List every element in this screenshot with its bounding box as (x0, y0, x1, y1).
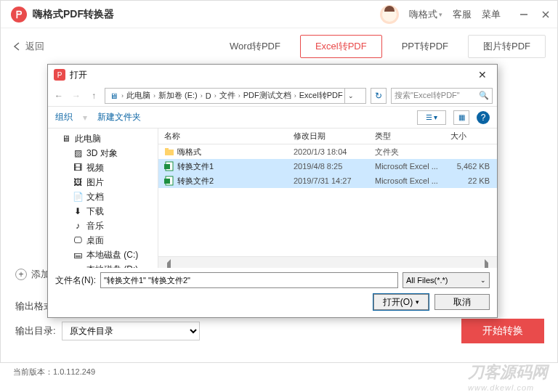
refresh-button[interactable]: ↻ (371, 88, 387, 104)
cancel-button[interactable]: 取消 (434, 294, 490, 310)
tab-image[interactable]: 图片转PDF (468, 35, 546, 58)
filename-input[interactable] (100, 272, 398, 288)
user-link[interactable]: 嗨格式▾ (409, 8, 442, 21)
app-title: 嗨格式PDF转换器 (33, 8, 380, 21)
open-button[interactable]: 打开(O)▾ (373, 294, 429, 310)
dialog-title: 打开 (70, 69, 87, 81)
version-label: 当前版本：1.0.112.249 (13, 367, 95, 377)
menu-link[interactable]: 菜单 (482, 8, 501, 21)
tree-item[interactable]: 🖴本地磁盘 (D:) (48, 262, 158, 268)
folder-icon (164, 147, 174, 157)
preview-pane-button[interactable]: ▦ (453, 110, 469, 125)
folder-tree[interactable]: 🖥此电脑▨3D 对象🎞视频🖼图片📄文档⬇下载♪音乐🖵桌面🖴本地磁盘 (C:)🖴本… (48, 128, 158, 268)
support-link[interactable]: 客服 (453, 8, 472, 21)
svg-rect-8 (164, 179, 170, 184)
arrow-left-icon (12, 41, 23, 52)
file-row[interactable]: 转换文件12019/4/8 8:25Microsoft Excel ...5,4… (158, 159, 497, 173)
doc-icon: 📄 (73, 192, 83, 202)
tab-bar: 返回 Word转PDF Excel转PDF PPT转PDF 图片转PDF (1, 28, 557, 65)
nav-back-button[interactable]: ← (52, 89, 65, 102)
dialog-titlebar: P 打开 ✕ (48, 65, 497, 85)
new-folder-button[interactable]: 新建文件夹 (97, 111, 141, 123)
convert-button[interactable]: 开始转换 (461, 319, 544, 343)
tree-item[interactable]: 📄文档 (48, 189, 158, 204)
dialog-toolbar: 组织 ▾ 新建文件夹 ☰ ▾ ▦ ? (48, 107, 497, 128)
tree-item[interactable]: ♪音乐 (48, 219, 158, 233)
back-button[interactable]: 返回 (12, 40, 44, 53)
main-window: 嗨格式PDF转换器 嗨格式▾ 客服 菜单 返回 Word转PDF Excel转P… (0, 0, 558, 363)
minimize-button[interactable] (519, 10, 528, 19)
tab-word[interactable]: Word转PDF (214, 35, 296, 58)
download-icon: ⬇ (73, 206, 83, 216)
add-file-button[interactable]: +添加 (15, 268, 50, 281)
file-row[interactable]: 转换文件22019/7/31 14:27Microsoft Excel ...2… (158, 173, 497, 188)
app-logo-icon (11, 7, 27, 23)
watermark: 刀客源码网 www.dkewl.com (468, 362, 548, 392)
tree-item[interactable]: 🎞视频 (48, 160, 158, 175)
horizontal-scrollbar[interactable] (158, 256, 497, 268)
file-list: 名称 修改日期 类型 大小 嗨格式2020/1/3 18:04文件夹转换文件12… (158, 128, 497, 268)
nav-forward-button[interactable]: → (70, 89, 83, 102)
file-row[interactable]: 嗨格式2020/1/3 18:04文件夹 (158, 144, 497, 159)
excel-icon (164, 161, 174, 171)
tree-item[interactable]: ⬇下载 (48, 204, 158, 219)
music-icon: ♪ (73, 221, 83, 231)
pc-icon: 🖥 (61, 134, 71, 144)
avatar-icon[interactable] (380, 5, 399, 24)
nav-up-button[interactable]: ↑ (87, 89, 100, 102)
excel-icon (164, 176, 174, 186)
tree-item[interactable]: 🖵桌面 (48, 233, 158, 248)
close-button[interactable] (541, 10, 550, 19)
dialog-app-icon: P (54, 69, 65, 81)
pc-icon: 🖥 (108, 91, 118, 101)
app-header: 嗨格式PDF转换器 嗨格式▾ 客服 菜单 (1, 1, 557, 28)
view-mode-button[interactable]: ☰ ▾ (417, 110, 446, 125)
desktop-icon: 🖵 (73, 235, 83, 245)
svg-rect-6 (164, 164, 170, 169)
help-button[interactable]: ? (477, 111, 490, 124)
tree-item[interactable]: 🖥此电脑 (48, 131, 158, 146)
organize-menu[interactable]: 组织 (55, 111, 73, 123)
breadcrumb[interactable]: 🖥› 此电脑› 新加卷 (E:)› D› 文件› PDF测试文档› Excel转… (105, 88, 366, 104)
search-icon: 🔍 (479, 91, 489, 100)
file-open-dialog: P 打开 ✕ ← → ↑ 🖥› 此电脑› 新加卷 (E:)› D› 文件› PD… (47, 64, 498, 318)
tab-ppt[interactable]: PPT转PDF (387, 35, 464, 58)
drive-icon: 🖴 (73, 250, 83, 260)
svg-rect-4 (165, 148, 169, 150)
tree-item[interactable]: ▨3D 对象 (48, 146, 158, 160)
output-dir-select[interactable]: 原文件目录 (62, 322, 200, 340)
breadcrumb-dropdown[interactable]: ⌄ (344, 89, 357, 103)
tree-item[interactable]: 🖴本地磁盘 (C:) (48, 248, 158, 262)
3d-icon: ▨ (73, 148, 83, 158)
tree-item[interactable]: 🖼图片 (48, 175, 158, 189)
dialog-close-button[interactable]: ✕ (474, 68, 491, 82)
dialog-nav: ← → ↑ 🖥› 此电脑› 新加卷 (E:)› D› 文件› PDF测试文档› … (48, 85, 497, 107)
plus-icon: + (15, 269, 27, 280)
output-dir-row: 输出目录: 原文件目录 (1, 313, 214, 349)
image-icon: 🖼 (73, 177, 83, 187)
filename-label: 文件名(N): (55, 274, 96, 287)
file-list-header[interactable]: 名称 修改日期 类型 大小 (158, 128, 497, 144)
tab-excel[interactable]: Excel转PDF (300, 35, 382, 58)
filter-select[interactable]: All Files(*.*)⌄ (403, 272, 490, 288)
search-input[interactable]: 搜索"Excel转PDF"🔍 (391, 88, 493, 104)
video-icon: 🎞 (73, 163, 83, 173)
svg-rect-3 (165, 150, 174, 155)
